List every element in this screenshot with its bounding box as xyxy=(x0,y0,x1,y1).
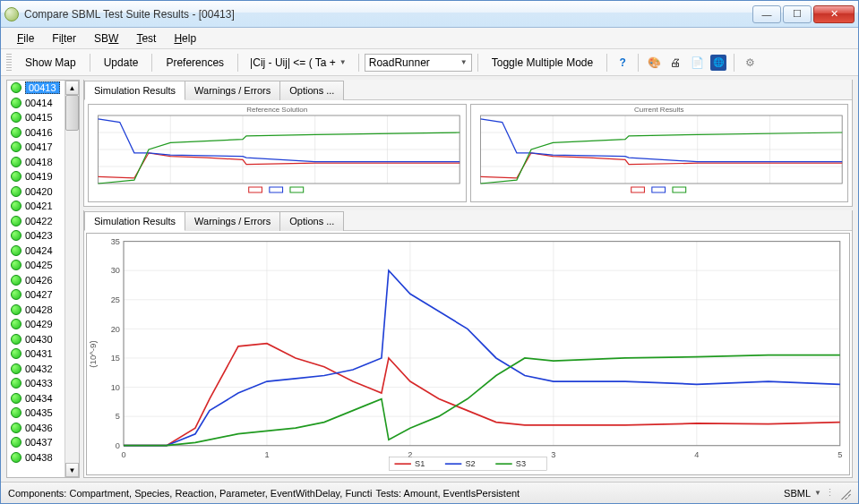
statusbar: Components: Compartment, Species, Reacti… xyxy=(1,482,858,503)
menu-file[interactable]: File xyxy=(8,30,43,47)
tab-warnings-errors[interactable]: Warnings / Errors xyxy=(185,211,280,231)
palette-icon[interactable]: 🎨 xyxy=(646,55,662,71)
svg-rect-12 xyxy=(249,187,262,192)
scrollbar[interactable]: ▲ ▼ xyxy=(64,81,79,477)
main-area: 0041300414004150041600417004180041900420… xyxy=(1,76,858,482)
difference-chart: 01234505101520253035(10^-9)S1S2S3 xyxy=(86,233,850,475)
app-icon xyxy=(4,7,19,21)
list-item-label: 00437 xyxy=(25,437,53,448)
svg-rect-14 xyxy=(290,187,304,192)
toggle-multiple-button[interactable]: Toggle Multiple Mode xyxy=(484,53,601,73)
menu-test[interactable]: Test xyxy=(127,30,165,47)
tab-simulation-results[interactable]: Simulation Results xyxy=(84,81,185,100)
status-dot-icon xyxy=(11,378,21,389)
scroll-up-button[interactable]: ▲ xyxy=(65,81,79,95)
scroll-down-button[interactable]: ▼ xyxy=(65,463,79,477)
top-panel: Simulation Results Warnings / Errors Opt… xyxy=(83,80,853,207)
menu-filter[interactable]: Filter xyxy=(43,30,85,47)
status-components: Components: Compartment, Species, Reacti… xyxy=(8,488,372,499)
list-item-label: 00416 xyxy=(25,127,53,138)
svg-text:S3: S3 xyxy=(516,458,526,468)
tab-warnings-errors[interactable]: Warnings / Errors xyxy=(185,81,280,100)
list-item-label: 00425 xyxy=(25,260,53,270)
status-dot-icon xyxy=(11,289,21,300)
engine-select[interactable]: RoadRunner ▼ xyxy=(365,54,472,72)
list-item-label: 00418 xyxy=(25,157,53,167)
status-dot-icon xyxy=(11,304,21,315)
status-engine: SBML xyxy=(784,488,811,499)
list-item-label: 00427 xyxy=(25,289,53,300)
separator xyxy=(90,54,90,72)
status-dot-icon xyxy=(11,245,21,256)
document-icon[interactable]: 📄 xyxy=(689,55,705,71)
globe-icon[interactable]: 🌐 xyxy=(710,55,726,71)
toolbar-grip[interactable] xyxy=(6,54,12,72)
top-tabstrip: Simulation Results Warnings / Errors Opt… xyxy=(84,80,852,100)
formula-dropdown[interactable]: |Cij - Uij| <= ( Ta + ▼ xyxy=(244,53,353,73)
status-dot-icon xyxy=(11,348,21,359)
list-item-label: 00421 xyxy=(25,201,53,211)
list-item-label: 00430 xyxy=(25,334,53,345)
status-dot-icon xyxy=(11,230,21,241)
status-dot-icon xyxy=(11,452,21,463)
menubar: File Filter SBW Test Help xyxy=(1,28,858,49)
scroll-thumb[interactable] xyxy=(65,95,79,131)
maximize-button[interactable]: ☐ xyxy=(783,5,812,23)
tab-simulation-results[interactable]: Simulation Results xyxy=(84,211,185,231)
list-item-label: 00415 xyxy=(25,112,53,123)
status-dot-icon xyxy=(11,98,21,108)
status-dot-icon xyxy=(11,82,21,93)
separator xyxy=(638,54,639,72)
titlebar: Compare SBML Test Suite Results - [00413… xyxy=(1,1,858,28)
resize-grip[interactable] xyxy=(838,487,851,500)
status-dot-icon xyxy=(11,201,21,211)
tab-options[interactable]: Options ... xyxy=(279,211,344,231)
status-dot-icon xyxy=(11,141,21,152)
close-button[interactable]: ✕ xyxy=(813,5,855,23)
list-item-label: 00435 xyxy=(25,407,53,418)
status-dot-icon xyxy=(11,423,21,433)
status-dot-icon xyxy=(11,216,21,226)
menu-sbw[interactable]: SBW xyxy=(85,30,127,47)
status-dot-icon xyxy=(11,171,21,182)
scroll-track[interactable] xyxy=(65,95,79,463)
list-item-label: 00429 xyxy=(25,319,53,329)
list-item-label: 00431 xyxy=(25,348,53,359)
separator xyxy=(606,54,607,72)
menu-help[interactable]: Help xyxy=(165,30,205,47)
separator xyxy=(151,54,152,72)
show-map-button[interactable]: Show Map xyxy=(17,53,84,73)
preferences-button[interactable]: Preferences xyxy=(158,53,232,73)
status-dot-icon xyxy=(11,112,21,123)
gear-icon[interactable]: ⚙ xyxy=(742,55,758,71)
svg-text:35: 35 xyxy=(111,236,120,246)
separator xyxy=(734,54,734,72)
mini-chart-title: Reference Solution xyxy=(89,105,466,114)
svg-text:S1: S1 xyxy=(415,458,425,468)
list-item-label: 00414 xyxy=(25,98,53,108)
mini-chart-title: Current Results xyxy=(471,105,848,114)
status-dot-icon xyxy=(11,334,21,345)
print-icon[interactable]: 🖨 xyxy=(667,55,683,71)
chevron-down-icon[interactable]: ▼ xyxy=(814,489,821,497)
svg-rect-28 xyxy=(651,187,665,192)
content-area: Simulation Results Warnings / Errors Opt… xyxy=(82,76,858,482)
engine-value: RoadRunner xyxy=(369,56,430,69)
window-controls: — ☐ ✕ xyxy=(751,5,855,23)
tab-options[interactable]: Options ... xyxy=(279,81,344,100)
svg-text:30: 30 xyxy=(111,265,120,275)
minimize-button[interactable]: — xyxy=(752,5,781,23)
svg-rect-27 xyxy=(631,187,644,192)
svg-text:1: 1 xyxy=(264,448,269,458)
list-item-label: 00438 xyxy=(25,452,53,463)
help-icon[interactable]: ? xyxy=(614,55,631,71)
svg-text:25: 25 xyxy=(111,295,120,304)
separator xyxy=(477,54,478,72)
window-title: Compare SBML Test Suite Results - [00413… xyxy=(24,8,751,21)
bottom-panel: Simulation Results Warnings / Errors Opt… xyxy=(83,210,853,478)
svg-text:4: 4 xyxy=(694,448,699,458)
update-button[interactable]: Update xyxy=(96,53,147,73)
list-item-label: 00426 xyxy=(25,275,53,286)
list-item-label: 00420 xyxy=(25,186,53,197)
toolbar: Show Map Update Preferences |Cij - Uij| … xyxy=(1,49,858,76)
